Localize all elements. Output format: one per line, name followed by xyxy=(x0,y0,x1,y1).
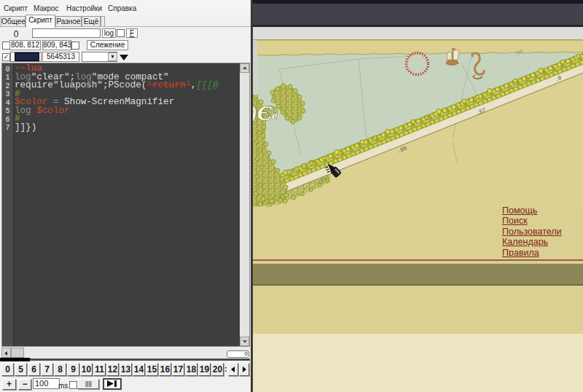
svg-text:е: е xyxy=(272,109,278,122)
svg-text:)Є: )Є xyxy=(253,101,272,125)
